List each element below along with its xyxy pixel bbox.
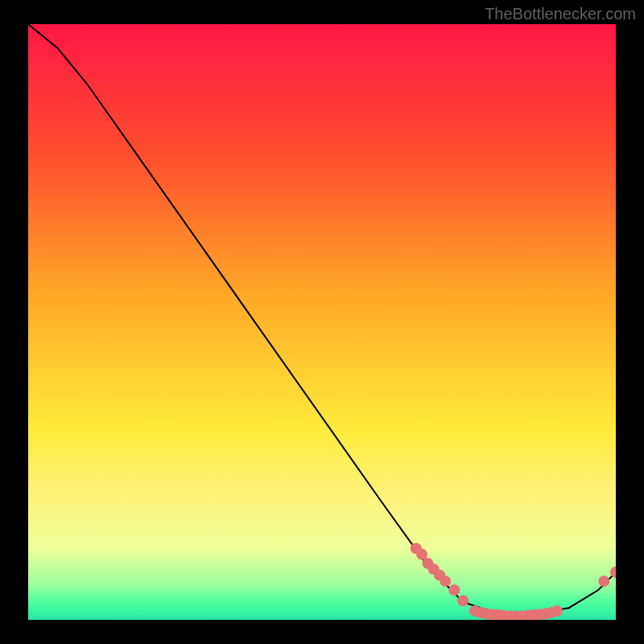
data-marker xyxy=(598,576,609,587)
chart-plot xyxy=(28,24,616,620)
watermark-text: TheBottlenecker.com xyxy=(485,5,636,23)
data-marker xyxy=(440,576,451,587)
data-marker xyxy=(551,605,563,617)
data-marker xyxy=(448,584,460,596)
chart-svg xyxy=(28,24,616,620)
data-marker xyxy=(457,595,469,606)
chart-background xyxy=(28,24,616,620)
